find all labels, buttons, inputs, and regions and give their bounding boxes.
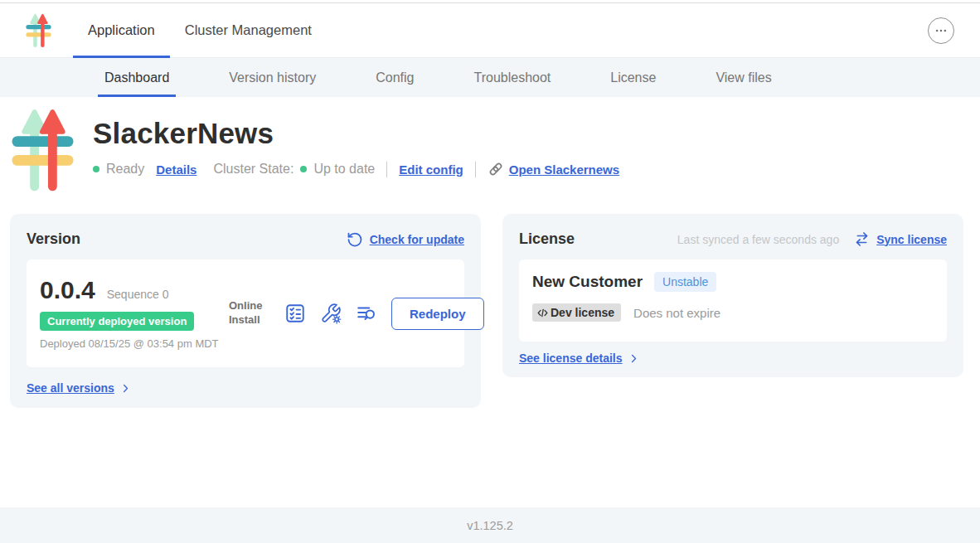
footer: v1.125.2 xyxy=(0,507,980,543)
app-status-text: Ready xyxy=(106,162,144,177)
subtab-license[interactable]: License xyxy=(604,58,662,97)
version-card: Version Check for update 0.0.4 Sequence … xyxy=(10,214,481,408)
license-type-badge: Dev license xyxy=(532,303,621,322)
app-status-dot xyxy=(93,166,99,172)
top-nav-tabs: Application Cluster Management xyxy=(73,3,327,57)
app-logo-large-icon xyxy=(12,108,74,196)
subtab-license-label: License xyxy=(610,70,656,85)
more-options-button[interactable] xyxy=(928,17,954,44)
install-type-label: Online Install xyxy=(229,299,270,327)
subtab-troubleshoot[interactable]: Troubleshoot xyxy=(467,58,557,97)
console-version: v1.125.2 xyxy=(467,519,513,532)
last-synced-text: Last synced a few seconds ago xyxy=(677,233,839,246)
cluster-state-label: Cluster State: xyxy=(213,162,294,177)
subtab-config[interactable]: Config xyxy=(369,58,420,97)
divider xyxy=(386,162,387,177)
subtab-troubleshoot-label: Troubleshoot xyxy=(473,70,551,85)
subtab-view-files-label: View files xyxy=(716,70,771,85)
channel-badge: Unstable xyxy=(654,272,716,292)
tab-cluster-management[interactable]: Cluster Management xyxy=(170,3,327,57)
app-sub-navigation: Dashboard Version history Config Trouble… xyxy=(0,58,980,97)
tab-cluster-management-label: Cluster Management xyxy=(185,22,312,38)
current-version-panel: 0.0.4 Sequence 0 Currently deployed vers… xyxy=(27,259,464,367)
redeploy-button[interactable]: Redeploy xyxy=(391,298,484,330)
preflight-checks-icon[interactable] xyxy=(284,303,306,324)
customer-name: New Customer xyxy=(532,273,643,291)
sync-license-link[interactable]: Sync license xyxy=(876,233,947,246)
license-card-title: License xyxy=(519,230,575,248)
subtab-config-label: Config xyxy=(376,70,414,85)
tab-application-label: Application xyxy=(88,22,155,38)
code-brackets-icon xyxy=(536,307,549,319)
check-for-update-link[interactable]: Check for update xyxy=(370,233,464,246)
chevron-right-icon xyxy=(628,353,639,364)
subtab-dashboard[interactable]: Dashboard xyxy=(98,58,176,97)
top-navigation: Application Cluster Management xyxy=(0,3,980,58)
license-expiration: Does not expire xyxy=(633,306,720,320)
view-files-icon[interactable] xyxy=(356,303,377,324)
subtab-dashboard-label: Dashboard xyxy=(104,70,169,85)
subtab-view-files[interactable]: View files xyxy=(709,58,778,97)
dashboard-cards: Version Check for update 0.0.4 Sequence … xyxy=(10,214,963,408)
see-all-versions-link[interactable]: See all versions xyxy=(27,381,114,395)
see-license-details-link[interactable]: See license details xyxy=(519,351,623,365)
app-status-row: Ready Details Cluster State: Up to date … xyxy=(93,161,619,177)
cluster-state-dot xyxy=(300,166,307,172)
chain-link-icon xyxy=(488,161,504,177)
brand-logo-icon xyxy=(25,3,52,57)
sequence-label: Sequence 0 xyxy=(107,288,169,301)
subtab-version-history[interactable]: Version history xyxy=(222,58,323,97)
page-title: SlackerNews xyxy=(93,117,619,150)
deployed-timestamp: Deployed 08/15/25 @ 03:54 pm MDT xyxy=(40,337,221,351)
divider xyxy=(475,162,476,177)
open-app-link[interactable]: Open Slackernews xyxy=(509,162,619,177)
check-update-icon xyxy=(347,231,363,248)
subtab-version-history-label: Version history xyxy=(229,70,316,85)
license-type-label: Dev license xyxy=(551,306,614,319)
tab-application[interactable]: Application xyxy=(73,3,170,57)
chevron-right-icon xyxy=(120,383,131,394)
license-details-panel: New Customer Unstable Dev license Does n… xyxy=(519,259,947,342)
sync-arrows-icon xyxy=(854,231,870,247)
app-header: SlackerNews Ready Details Cluster State:… xyxy=(12,108,619,196)
version-number: 0.0.4 xyxy=(40,276,95,304)
ellipsis-icon xyxy=(934,23,948,38)
edit-config-link[interactable]: Edit config xyxy=(399,162,463,177)
details-link[interactable]: Details xyxy=(156,162,196,177)
license-card: License Last synced a few seconds ago Sy… xyxy=(502,214,963,377)
version-card-title: Version xyxy=(27,230,80,248)
deployed-status-badge: Currently deployed version xyxy=(40,312,194,331)
cluster-state-value: Up to date xyxy=(313,162,375,177)
config-wrench-icon[interactable] xyxy=(320,303,342,324)
